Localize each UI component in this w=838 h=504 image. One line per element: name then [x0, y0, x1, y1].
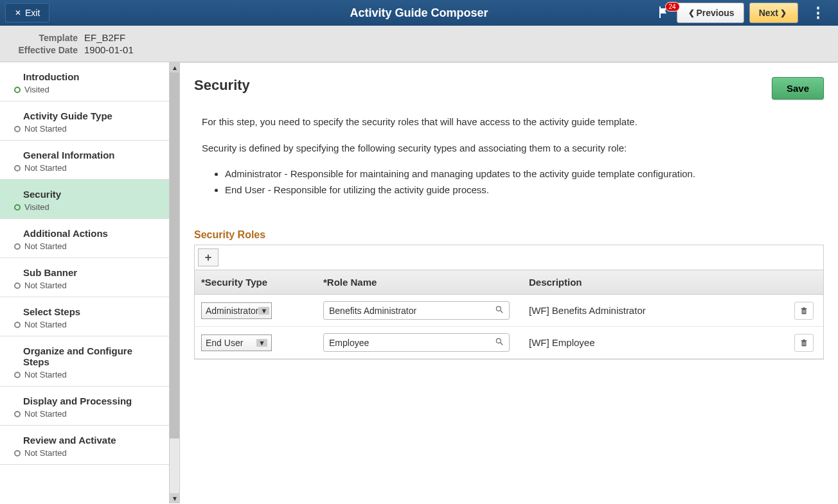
- trash-icon: [799, 338, 808, 347]
- search-icon[interactable]: [495, 337, 504, 348]
- sidebar-item-label: Select Steps: [14, 306, 155, 317]
- sidebar-item-label: Review and Activate: [14, 435, 155, 446]
- sidebar-item-label: Organize and Configure Steps: [14, 345, 155, 367]
- status-text: Not Started: [24, 409, 67, 419]
- sidebar-item-label: Activity Guide Type: [14, 110, 155, 121]
- sidebar-item-display-and-processing[interactable]: Display and ProcessingNot Started: [0, 387, 169, 426]
- col-security-type: *Security Type: [195, 270, 317, 295]
- sidebar-item-status: Not Started: [14, 241, 155, 251]
- next-label: Next: [759, 8, 778, 18]
- chevron-down-icon: ▼: [258, 307, 269, 315]
- svg-rect-3: [805, 309, 805, 313]
- chevron-down-icon: ▼: [256, 339, 267, 347]
- status-circle-icon: [14, 126, 21, 132]
- exit-label: Exit: [25, 8, 40, 18]
- main-content: Security Save For this step, you need to…: [180, 62, 838, 503]
- close-icon: ✕: [15, 8, 21, 17]
- scroll-down-button[interactable]: ▼: [170, 493, 180, 503]
- sidebar-item-organize-and-configure-steps[interactable]: Organize and Configure StepsNot Started: [0, 336, 169, 387]
- role-name-lookup[interactable]: Benefits Administrator: [323, 301, 510, 320]
- status-circle-icon: [14, 282, 21, 289]
- delete-row-button[interactable]: [794, 334, 814, 352]
- trash-icon: [799, 306, 808, 315]
- sidebar-item-status: Not Started: [14, 448, 155, 458]
- security-type-dropdown[interactable]: End User▼: [201, 335, 272, 351]
- effdate-value: 1900-01-01: [84, 44, 134, 55]
- previous-button[interactable]: ❮ Previous: [677, 3, 744, 23]
- status-text: Not Started: [24, 163, 67, 173]
- kebab-icon: ⋮: [811, 4, 825, 21]
- sidebar-scrollbar[interactable]: ▲ ▼: [169, 62, 179, 503]
- sidebar-item-additional-actions[interactable]: Additional ActionsNot Started: [0, 219, 169, 258]
- status-text: Not Started: [24, 320, 67, 329]
- dropdown-value: End User: [206, 338, 243, 348]
- scroll-thumb[interactable]: [170, 73, 180, 439]
- status-text: Not Started: [24, 281, 67, 290]
- sidebar-item-review-and-activate[interactable]: Review and ActivateNot Started: [0, 426, 169, 465]
- more-menu-button[interactable]: ⋮: [803, 4, 833, 21]
- sidebar-item-status: Not Started: [14, 320, 155, 329]
- instructions-p1: For this step, you need to specify the s…: [202, 115, 824, 130]
- status-circle-icon: [14, 204, 21, 211]
- sidebar: IntroductionVisitedActivity Guide TypeNo…: [0, 62, 180, 503]
- svg-rect-2: [803, 309, 803, 313]
- sidebar-item-status: Not Started: [14, 124, 155, 134]
- add-row-button[interactable]: +: [198, 248, 218, 266]
- table-row: End User▼Employee[WF] Employee: [195, 327, 823, 359]
- sidebar-item-security[interactable]: SecurityVisited: [0, 180, 169, 219]
- sidebar-item-sub-banner[interactable]: Sub BannerNot Started: [0, 258, 169, 297]
- role-name-lookup[interactable]: Employee: [323, 333, 510, 352]
- sidebar-item-status: Not Started: [14, 370, 155, 379]
- col-description: Description: [522, 270, 785, 295]
- security-roles-grid: + *Security Type *Role Name Description …: [194, 245, 824, 360]
- lookup-value: Benefits Administrator: [329, 306, 416, 316]
- dropdown-value: Administrator: [206, 306, 258, 316]
- col-role-name: *Role Name: [317, 270, 522, 295]
- effdate-label: Effective Date: [10, 45, 78, 55]
- template-label: Template: [10, 33, 78, 43]
- sidebar-item-label: Additional Actions: [14, 228, 155, 239]
- status-text: Not Started: [24, 370, 67, 379]
- page-header-title: Activity Guide Composer: [350, 6, 488, 20]
- status-circle-icon: [14, 372, 21, 378]
- template-value: EF_B2FF: [84, 32, 125, 43]
- status-circle-icon: [14, 165, 21, 171]
- svg-line-1: [501, 311, 503, 313]
- sidebar-item-introduction[interactable]: IntroductionVisited: [0, 62, 169, 101]
- sidebar-item-select-steps[interactable]: Select StepsNot Started: [0, 297, 169, 336]
- instructions-bullet: End User - Responsible for utilizing the…: [225, 183, 824, 198]
- lookup-value: Employee: [329, 338, 369, 348]
- chevron-right-icon: ❯: [780, 8, 787, 17]
- svg-rect-7: [805, 342, 805, 345]
- description-cell: [WF] Employee: [522, 327, 785, 359]
- svg-rect-6: [803, 342, 803, 345]
- sidebar-item-label: Display and Processing: [14, 395, 155, 406]
- sidebar-item-label: Introduction: [14, 71, 155, 82]
- status-circle-icon: [14, 243, 21, 250]
- next-button[interactable]: Next ❯: [749, 3, 798, 23]
- sidebar-item-general-information[interactable]: General InformationNot Started: [0, 141, 169, 180]
- search-icon[interactable]: [495, 305, 504, 316]
- delete-row-button[interactable]: [794, 302, 814, 320]
- chevron-left-icon: ❮: [688, 8, 695, 17]
- plus-icon: +: [205, 251, 212, 264]
- sidebar-item-status: Not Started: [14, 163, 155, 173]
- status-circle-icon: [14, 411, 21, 417]
- status-circle-icon: [14, 450, 21, 456]
- sidebar-item-label: General Information: [14, 150, 155, 161]
- sidebar-item-activity-guide-type[interactable]: Activity Guide TypeNot Started: [0, 101, 169, 141]
- instructions-bullet: Administrator - Responsible for maintain…: [225, 167, 824, 182]
- scroll-up-button[interactable]: ▲: [170, 62, 180, 73]
- security-type-dropdown[interactable]: Administrator▼: [201, 302, 272, 319]
- notification-flag[interactable]: 24: [656, 4, 672, 22]
- status-text: Visited: [24, 202, 49, 212]
- description-cell: [WF] Benefits Administrator: [522, 295, 785, 327]
- status-circle-icon: [14, 322, 21, 328]
- header-bar: ✕ Exit Activity Guide Composer 24 ❮ Prev…: [0, 0, 838, 26]
- page-title: Security: [194, 77, 250, 94]
- sidebar-item-label: Security: [14, 189, 155, 200]
- sidebar-item-status: Visited: [14, 85, 155, 94]
- exit-button[interactable]: ✕ Exit: [5, 3, 49, 22]
- instructions-p2: Security is defined by specifying the fo…: [202, 141, 824, 156]
- save-button[interactable]: Save: [772, 77, 824, 100]
